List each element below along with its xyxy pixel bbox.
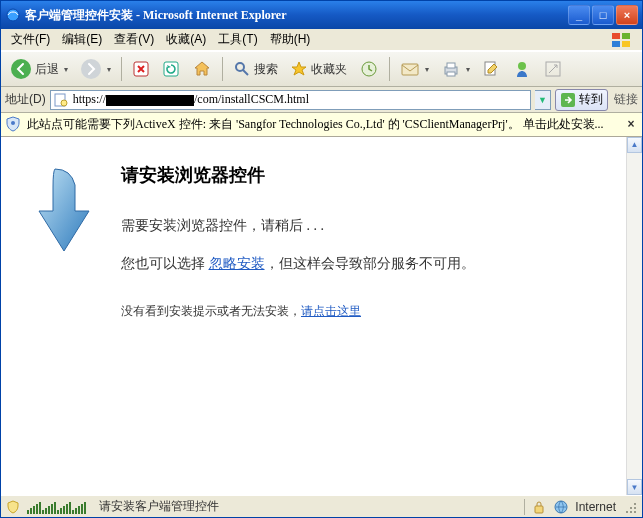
history-button[interactable] — [354, 55, 384, 83]
svg-rect-8 — [164, 62, 178, 76]
skip-install-line: 您也可以选择 忽略安装，但这样会导致部分服务不可用。 — [121, 253, 475, 275]
favorites-button[interactable]: 收藏夹 — [285, 55, 352, 83]
back-label: 后退 — [35, 61, 59, 78]
toolbar: 后退 ▾ ▾ 搜索 收藏夹 ▾ — [1, 51, 642, 87]
stop-button[interactable] — [127, 55, 155, 83]
address-label: 地址(D) — [5, 91, 46, 108]
content-inner: 请安装浏览器控件 需要安装浏览器控件，请稍后 . . . 您也可以选择 忽略安装… — [1, 137, 495, 495]
chevron-down-icon: ▾ — [64, 65, 68, 74]
scroll-up-button[interactable]: ▲ — [627, 137, 642, 153]
star-icon — [290, 60, 308, 78]
help-prefix: 没有看到安装提示或者无法安装， — [121, 304, 301, 318]
mail-button[interactable]: ▾ — [395, 55, 434, 83]
search-button[interactable]: 搜索 — [228, 55, 283, 83]
search-label: 搜索 — [254, 61, 278, 78]
mail-icon — [400, 60, 420, 78]
skip-install-link[interactable]: 忽略安装 — [209, 256, 265, 271]
home-button[interactable] — [187, 55, 217, 83]
svg-point-5 — [11, 59, 31, 79]
svg-rect-29 — [634, 511, 636, 513]
links-label[interactable]: 链接 — [614, 91, 638, 108]
minimize-button[interactable]: _ — [568, 5, 590, 25]
address-bar: 地址(D) https:///com/installCSCM.html ▼ 转到… — [1, 87, 642, 113]
url-text: https:///com/installCSCM.html — [73, 92, 528, 107]
chevron-down-icon: ▾ — [425, 65, 429, 74]
refresh-button[interactable] — [157, 55, 185, 83]
scroll-track[interactable] — [627, 153, 642, 479]
toolbar-separator — [121, 57, 122, 81]
ie-app-icon — [5, 7, 21, 23]
svg-point-19 — [61, 100, 67, 106]
chevron-down-icon: ▾ — [466, 65, 470, 74]
arrow-expand-icon — [544, 60, 562, 78]
history-icon — [359, 59, 379, 79]
scroll-down-button[interactable]: ▼ — [627, 479, 642, 495]
skip-prefix: 您也可以选择 — [121, 256, 209, 271]
edit-button[interactable] — [477, 55, 505, 83]
svg-point-6 — [81, 59, 101, 79]
messenger-icon — [512, 59, 532, 79]
svg-rect-28 — [630, 511, 632, 513]
status-shield-icon — [5, 499, 21, 515]
menu-favorites[interactable]: 收藏(A) — [160, 29, 212, 50]
svg-rect-25 — [630, 507, 632, 509]
menu-view[interactable]: 查看(V) — [108, 29, 160, 50]
menu-edit[interactable]: 编辑(E) — [56, 29, 108, 50]
svg-rect-14 — [447, 72, 455, 76]
svg-rect-11 — [402, 64, 418, 75]
page-heading: 请安装浏览器控件 — [121, 163, 475, 187]
arrow-graphic — [31, 159, 103, 475]
address-dropdown[interactable]: ▼ — [535, 90, 551, 110]
install-waiting-text: 需要安装浏览器控件，请稍后 . . . — [121, 215, 475, 237]
forward-arrow-icon — [80, 58, 102, 80]
svg-rect-24 — [634, 503, 636, 505]
edit-icon — [482, 60, 500, 78]
svg-point-9 — [236, 63, 244, 71]
go-label: 转到 — [579, 91, 603, 108]
close-button[interactable]: × — [616, 5, 638, 25]
resize-grip[interactable] — [622, 499, 638, 515]
unknown-tool-button[interactable] — [539, 55, 567, 83]
activex-infobar[interactable]: 此站点可能需要下列ActiveX 控件: 来自 'Sangfor Technol… — [1, 113, 642, 137]
infobar-close-button[interactable]: × — [624, 116, 638, 133]
progress-indicator — [27, 500, 93, 514]
chevron-down-icon: ▼ — [538, 95, 547, 105]
ie-window: 客户端管理控件安装 - Microsoft Internet Explorer … — [0, 0, 643, 518]
svg-rect-2 — [622, 33, 630, 39]
infobar-text: 此站点可能需要下列ActiveX 控件: 来自 'Sangfor Technol… — [27, 116, 618, 133]
text-column: 请安装浏览器控件 需要安装浏览器控件，请稍后 . . . 您也可以选择 忽略安装… — [121, 159, 475, 475]
stop-icon — [132, 60, 150, 78]
svg-rect-22 — [535, 506, 543, 513]
chevron-down-icon: ▾ — [107, 65, 111, 74]
svg-rect-26 — [634, 507, 636, 509]
messenger-button[interactable] — [507, 55, 537, 83]
svg-point-0 — [7, 9, 19, 21]
go-button[interactable]: 转到 — [555, 89, 608, 111]
help-click-here-link[interactable]: 请点击这里 — [301, 304, 361, 318]
svg-rect-4 — [622, 41, 630, 47]
svg-point-21 — [11, 121, 15, 125]
svg-rect-27 — [626, 511, 628, 513]
title-bar[interactable]: 客户端管理控件安装 - Microsoft Internet Explorer … — [1, 1, 642, 29]
vertical-scrollbar[interactable]: ▲ ▼ — [626, 137, 642, 495]
menu-help[interactable]: 帮助(H) — [264, 29, 317, 50]
menu-tools[interactable]: 工具(T) — [212, 29, 263, 50]
back-button[interactable]: 后退 ▾ — [5, 55, 73, 83]
window-controls: _ □ × — [568, 5, 638, 25]
forward-button[interactable]: ▾ — [75, 55, 116, 83]
shield-icon — [5, 116, 21, 132]
back-arrow-icon — [10, 58, 32, 80]
page-content: 请安装浏览器控件 需要安装浏览器控件，请稍后 . . . 您也可以选择 忽略安装… — [1, 137, 642, 495]
print-button[interactable]: ▾ — [436, 55, 475, 83]
favorites-label: 收藏夹 — [311, 61, 347, 78]
menu-file[interactable]: 文件(F) — [5, 29, 56, 50]
lock-icon — [531, 499, 547, 515]
home-icon — [192, 59, 212, 79]
address-input[interactable]: https:///com/installCSCM.html — [50, 90, 531, 110]
zone-internet-icon — [553, 499, 569, 515]
status-bar: 请安装客户端管理控件 Internet — [1, 495, 642, 517]
print-icon — [441, 59, 461, 79]
maximize-button[interactable]: □ — [592, 5, 614, 25]
menu-bar: 文件(F) 编辑(E) 查看(V) 收藏(A) 工具(T) 帮助(H) — [1, 29, 642, 51]
help-line: 没有看到安装提示或者无法安装，请点击这里 — [121, 302, 475, 321]
